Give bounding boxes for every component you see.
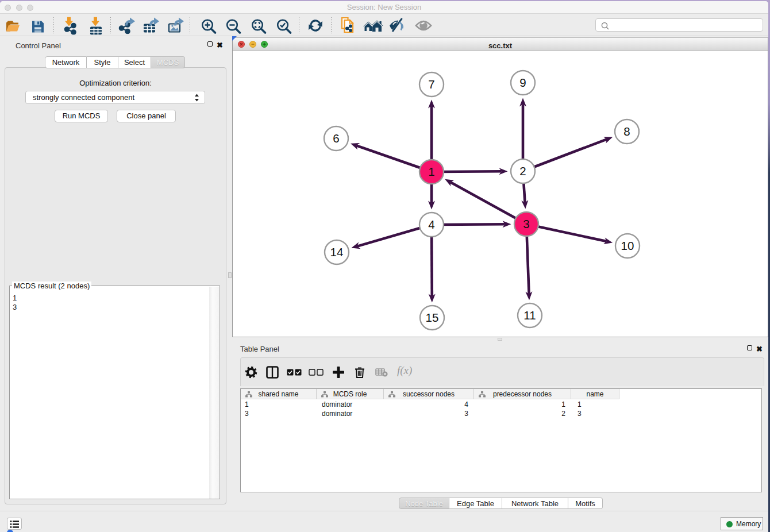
- svg-text:1: 1: [428, 165, 434, 178]
- svg-text:10: 10: [621, 239, 634, 252]
- svg-text:8: 8: [623, 125, 630, 138]
- svg-text:11: 11: [523, 309, 536, 322]
- svg-text:15: 15: [426, 311, 439, 324]
- svg-text:9: 9: [519, 76, 526, 89]
- svg-text:14: 14: [330, 245, 344, 259]
- svg-text:6: 6: [333, 132, 339, 145]
- svg-text:2: 2: [519, 164, 526, 178]
- svg-text:7: 7: [428, 78, 434, 91]
- svg-text:3: 3: [523, 217, 529, 230]
- svg-text:4: 4: [428, 218, 434, 231]
